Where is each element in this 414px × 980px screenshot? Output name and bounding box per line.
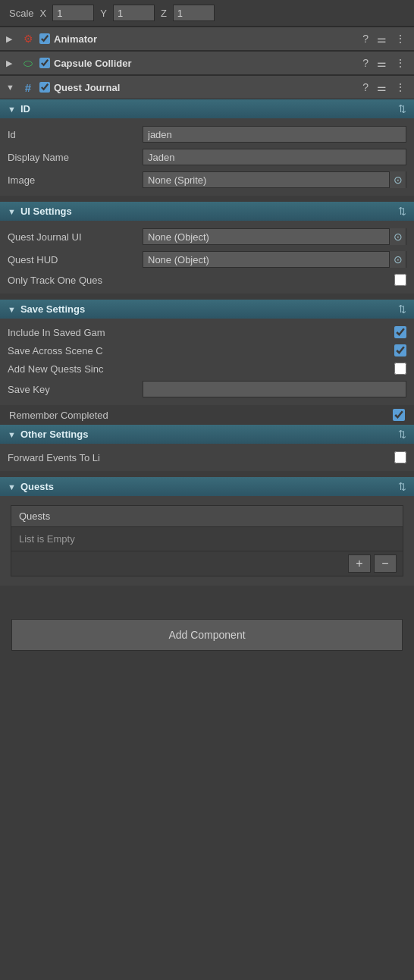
quest-journal-icon: # <box>20 80 36 95</box>
save-settings-arrow: ▼ <box>8 305 16 314</box>
save-key-input[interactable] <box>143 381 406 397</box>
capsule-collider-row[interactable]: ▶ ⬭ Capsule Collider ? ⚌ ⋮ <box>0 51 414 75</box>
id-section-arrow: ▼ <box>8 105 16 114</box>
only-track-row: Only Track One Ques <box>8 271 406 289</box>
animator-checkbox[interactable] <box>39 33 50 44</box>
other-settings-title: Other Settings <box>20 429 394 440</box>
quest-journal-arrow: ▼ <box>6 83 17 92</box>
quest-journal-name: Quest Journal <box>54 82 356 93</box>
id-section-content: Id Display Name Image None (Sprite) ⊙ <box>0 118 414 196</box>
quest-hud-label: Quest HUD <box>8 254 136 265</box>
scale-y-input[interactable] <box>113 5 155 21</box>
quests-adjust-icon[interactable]: ⇅ <box>398 481 406 492</box>
quest-hud-value: None (Object) <box>143 253 389 267</box>
capsule-help-icon[interactable]: ? <box>360 57 371 69</box>
quests-add-btn[interactable]: + <box>348 554 371 573</box>
image-value-text: None (Sprite) <box>143 173 389 187</box>
remember-completed-label: Remember Completed <box>9 410 387 421</box>
animator-name: Animator <box>54 33 356 45</box>
quest-journal-ui-label: Quest Journal UI <box>8 231 136 243</box>
capsule-settings-icon[interactable]: ⚌ <box>375 57 389 69</box>
quest-journal-checkbox[interactable] <box>39 82 50 93</box>
other-settings-adjust-icon[interactable]: ⇅ <box>398 429 406 440</box>
remember-completed-row: Remember Completed <box>0 405 414 425</box>
forward-events-row: Forward Events To Li <box>8 448 406 466</box>
other-settings-header[interactable]: ▼ Other Settings ⇅ <box>0 425 414 444</box>
quests-list-empty: List is Empty <box>11 527 403 551</box>
quests-arrow: ▼ <box>8 482 16 492</box>
z-label: Z <box>161 8 167 19</box>
quest-journal-help-icon[interactable]: ? <box>360 81 371 93</box>
quest-journal-ui-target-btn[interactable]: ⊙ <box>389 228 406 245</box>
quest-hud-row: Quest HUD None (Object) ⊙ <box>8 248 406 271</box>
capsule-checkbox[interactable] <box>39 58 50 68</box>
quests-remove-btn[interactable]: − <box>374 554 397 573</box>
scale-label: Scale <box>9 8 34 19</box>
image-field-row: Image None (Sprite) ⊙ <box>8 168 406 191</box>
display-name-field-row: Display Name <box>8 146 406 168</box>
id-section-adjust-icon[interactable]: ⇅ <box>398 103 406 115</box>
display-name-label: Display Name <box>8 152 136 163</box>
scale-z-input[interactable] <box>173 5 215 21</box>
only-track-label: Only Track One Ques <box>8 275 388 286</box>
ui-settings-title: UI Settings <box>20 206 394 217</box>
add-new-quests-checkbox[interactable] <box>394 363 406 375</box>
animator-menu-icon[interactable]: ⋮ <box>393 33 408 45</box>
include-saved-label: Include In Saved Gam <box>8 327 388 338</box>
quest-journal-settings-icon[interactable]: ⚌ <box>375 81 389 93</box>
animator-component-row[interactable]: ▶ ⚙ Animator ? ⚌ ⋮ <box>0 27 414 51</box>
save-across-label: Save Across Scene C <box>8 345 388 357</box>
scale-row: Scale X Y Z <box>0 0 414 27</box>
capsule-name: Capsule Collider <box>54 58 356 69</box>
quest-journal-menu-icon[interactable]: ⋮ <box>393 81 408 93</box>
ui-settings-content: Quest Journal UI None (Object) ⊙ Quest H… <box>0 221 414 294</box>
id-field-input[interactable] <box>143 126 406 143</box>
y-label: Y <box>100 8 107 19</box>
remember-completed-checkbox[interactable] <box>393 409 405 421</box>
save-settings-title: Save Settings <box>20 303 394 315</box>
animator-icon: ⚙ <box>20 31 36 46</box>
quests-title: Quests <box>20 481 394 492</box>
forward-events-checkbox[interactable] <box>394 451 406 463</box>
capsule-menu-icon[interactable]: ⋮ <box>393 57 408 69</box>
other-settings-arrow: ▼ <box>8 430 16 439</box>
forward-events-label: Forward Events To Li <box>8 452 388 463</box>
save-key-label: Save Key <box>8 384 136 395</box>
save-across-row: Save Across Scene C <box>8 341 406 360</box>
save-settings-adjust-icon[interactable]: ⇅ <box>398 303 406 315</box>
quest-journal-row[interactable]: ▼ # Quest Journal ? ⚌ ⋮ <box>0 75 414 99</box>
add-component-button[interactable]: Add Component <box>11 619 403 651</box>
quests-list-footer: + − <box>11 551 403 576</box>
add-new-quests-label: Add New Quests Sinc <box>8 363 388 375</box>
animator-settings-icon[interactable]: ⚌ <box>375 33 389 45</box>
quest-journal-ui-value: None (Object) <box>143 230 389 244</box>
ui-settings-arrow: ▼ <box>8 207 16 216</box>
quest-hud-container: None (Object) ⊙ <box>143 251 406 268</box>
only-track-checkbox[interactable] <box>394 274 406 286</box>
id-section-title: ID <box>20 103 394 115</box>
image-value-container: None (Sprite) ⊙ <box>143 171 406 188</box>
scale-x-input[interactable] <box>52 5 94 21</box>
quests-section-header[interactable]: ▼ Quests ⇅ <box>0 477 414 496</box>
save-settings-header[interactable]: ▼ Save Settings ⇅ <box>0 300 414 319</box>
quest-journal-ui-row: Quest Journal UI None (Object) ⊙ <box>8 225 406 248</box>
ui-settings-header[interactable]: ▼ UI Settings ⇅ <box>0 202 414 221</box>
other-settings-content: Forward Events To Li <box>0 444 414 471</box>
quests-section-content: Quests List is Empty + − <box>0 496 414 586</box>
animator-help-icon[interactable]: ? <box>360 33 371 45</box>
quest-hud-target-btn[interactable]: ⊙ <box>389 251 406 268</box>
display-name-input[interactable] <box>143 149 406 165</box>
save-settings-content: Include In Saved Gam Save Across Scene C… <box>0 319 414 405</box>
animator-arrow: ▶ <box>6 34 17 44</box>
id-field-label: Id <box>8 129 136 140</box>
quests-list-header: Quests <box>11 506 403 527</box>
id-section-header[interactable]: ▼ ID ⇅ <box>0 99 414 118</box>
quest-journal-ui-container: None (Object) ⊙ <box>143 228 406 245</box>
save-across-checkbox[interactable] <box>394 344 406 357</box>
quests-list-box: Quests List is Empty + − <box>11 505 403 576</box>
include-saved-checkbox[interactable] <box>394 326 406 338</box>
capsule-arrow: ▶ <box>6 58 17 68</box>
image-target-btn[interactable]: ⊙ <box>389 171 406 188</box>
ui-settings-adjust-icon[interactable]: ⇅ <box>398 206 406 217</box>
id-field-row: Id <box>8 123 406 146</box>
